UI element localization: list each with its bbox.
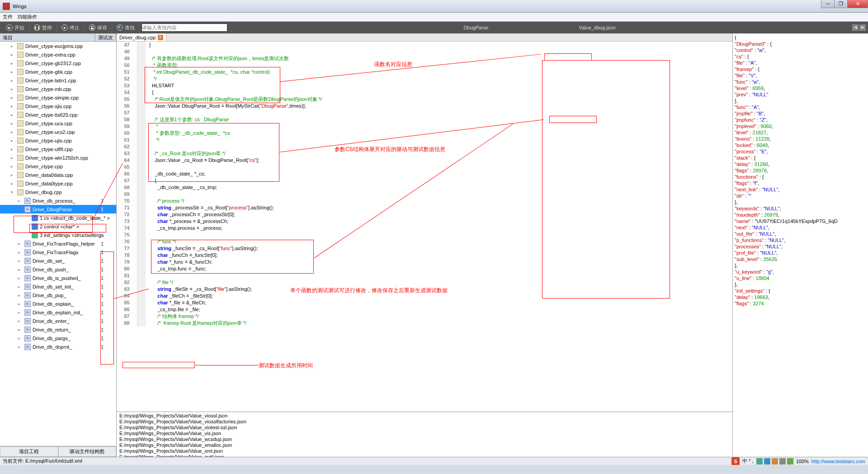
- tree-item[interactable]: 2 control <char* >: [0, 222, 116, 231]
- output-panel[interactable]: E:/mysql/Wings_Projects/Value/Value_vios…: [117, 412, 732, 457]
- tree-item[interactable]: ▸Driver_ctype-mb.cpp: [0, 85, 116, 93]
- tree-item[interactable]: 3 init_settings <structsettings: [0, 231, 116, 239]
- tree-item[interactable]: ▸fxDrive_db_pargs_1: [0, 334, 116, 342]
- tree-item[interactable]: ▸Driver_ctype-gb2312.cpp: [0, 59, 116, 67]
- tree-item[interactable]: ▸Driver_ctype-ucs2.cpp: [0, 128, 116, 136]
- tab-structure[interactable]: 驱动文件结构图: [58, 446, 117, 457]
- menu-funcops[interactable]: 功能操作: [17, 14, 37, 20]
- tree-item[interactable]: ▸fxDrive_db_push_1: [0, 265, 116, 274]
- ime-text: 中 ° ,: [742, 458, 754, 465]
- tree-item[interactable]: ▸Driver_data0data.cpp: [0, 171, 116, 179]
- tree-item[interactable]: ▸Driver_ctype-ujis.cpp: [0, 136, 116, 145]
- file-tabs: Driver_dbug.cpp×: [117, 33, 732, 42]
- tree-item[interactable]: ▸Driver_ctype.cpp: [0, 162, 116, 171]
- menubar: 文件 功能操作: [0, 13, 868, 22]
- status-pct: 100%: [796, 459, 809, 464]
- tree-item[interactable]: ▸Driver_ctype-eucjpms.cpp: [0, 42, 116, 50]
- nav-next[interactable]: ▶: [859, 24, 866, 31]
- status-url[interactable]: http://www.teststars.com: [811, 459, 865, 464]
- app-icon: [3, 3, 10, 10]
- tree-item[interactable]: ▸Driver_ctype-latin1.cpp: [0, 76, 116, 85]
- tree-item[interactable]: ▸fxDrive_db_explain_init_1: [0, 308, 116, 317]
- tree-item[interactable]: ▸fxDrive_db_pop_1: [0, 291, 116, 299]
- menu-file[interactable]: 文件: [3, 14, 13, 20]
- titlebar: Wings ─ ❐ ✕: [0, 0, 868, 13]
- tree-item[interactable]: ▸Driver_ctype-uca.cpp: [0, 119, 116, 128]
- code-editor[interactable]: 47}4849 /* 有参数的函数处理,Root该文件对应的json，times…: [117, 42, 732, 412]
- tray-icons: [756, 458, 793, 465]
- close-tab-icon[interactable]: ×: [158, 35, 163, 40]
- tree-item[interactable]: ▸fxDrive_FixTraceFlags1: [0, 248, 116, 256]
- tree-item[interactable]: ▸fxDrive_db_set_init_1: [0, 282, 116, 291]
- statusbar: 当前文件: E:/mysql/FunXml/zutil.xml S 中 ° , …: [0, 457, 868, 465]
- status-file: 当前文件: E:/mysql/FunXml/zutil.xml: [3, 458, 82, 465]
- nav-prev[interactable]: ◀: [852, 24, 859, 31]
- save-button[interactable]: 💾保存: [85, 22, 112, 33]
- tree-item[interactable]: ▸Driver_ctype-win1250ch.cpp: [0, 153, 116, 162]
- app-title: Wings: [13, 4, 27, 9]
- maximize-button[interactable]: ❐: [834, 0, 848, 8]
- tree-item[interactable]: ▸fxDrive_db_set_1: [0, 256, 116, 265]
- project-tree[interactable]: ▸Driver_ctype-eucjpms.cpp▸Driver_ctype-e…: [0, 42, 116, 446]
- tree-item[interactable]: ▸Driver_ctype-utf8.cpp: [0, 145, 116, 153]
- tree-item[interactable]: ▸Driver_data0type.cpp: [0, 179, 116, 188]
- ime-icon[interactable]: S: [731, 457, 740, 465]
- window-buttons: ─ ❐ ✕: [821, 0, 868, 8]
- toolbar: ▶开始 ❚❚暂停 ■停止 💾保存 🔍查找 DbugParse Value_dbu…: [0, 22, 868, 33]
- tree-item[interactable]: ▸fxDrive_db_is_pushed_1: [0, 274, 116, 282]
- tree-item[interactable]: ▸Driver_ctype-simple.cpp: [0, 93, 116, 102]
- tree-item[interactable]: ▸Driver_ctype-sjis.cpp: [0, 102, 116, 110]
- pause-button[interactable]: ❚❚暂停: [29, 22, 57, 33]
- json-viewer[interactable]: { "DbugParse0" : { "control" : "w", "cs"…: [732, 33, 868, 457]
- editor-area: Driver_dbug.cpp× 47}4849 /* 有参数的函数处理,Roo…: [117, 33, 732, 457]
- tray-icon[interactable]: [787, 458, 793, 465]
- tab-center[interactable]: DbugParse: [463, 25, 488, 30]
- sidebar: 项目测试次 ▸Driver_ctype-eucjpms.cpp▸Driver_c…: [0, 33, 117, 457]
- start-button[interactable]: ▶开始: [2, 22, 29, 33]
- tab-right[interactable]: Value_dbug.json: [579, 25, 615, 30]
- tray-icon[interactable]: [764, 458, 770, 465]
- tree-item[interactable]: 1 cs <struct_db_code_state_* >: [0, 213, 116, 222]
- stop-button[interactable]: ■停止: [57, 22, 85, 33]
- tray-icon[interactable]: [772, 458, 778, 465]
- tree-item[interactable]: ▸fxDrive_DbugParse1: [0, 205, 116, 213]
- tree-item[interactable]: ▸Driver_ctype-gbk.cpp: [0, 67, 116, 76]
- close-button[interactable]: ✕: [847, 0, 868, 8]
- file-tab[interactable]: Driver_dbug.cpp×: [117, 33, 166, 41]
- minimize-button[interactable]: ─: [821, 0, 835, 8]
- tree-item[interactable]: ▸fxDrive_db_doprnt_1: [0, 342, 116, 351]
- tab-project[interactable]: 项目工程: [0, 446, 58, 457]
- sidebar-hdr-count: 测试次: [95, 33, 116, 41]
- find-button[interactable]: 🔍查找: [112, 22, 140, 33]
- tree-item[interactable]: ▸fxDrive_db_enter_1: [0, 317, 116, 325]
- tree-item[interactable]: ▾Driver_dbug.cpp: [0, 188, 116, 196]
- tray-icon[interactable]: [756, 458, 763, 465]
- tree-item[interactable]: ▸Driver_ctype-tis620.cpp: [0, 110, 116, 119]
- tree-item[interactable]: ▸fxDrive_db_explain_1: [0, 299, 116, 308]
- tree-item[interactable]: ▸fxDrive_FixTraceFlags_helper1: [0, 239, 116, 248]
- tree-item[interactable]: ▸fxDrive_db_process_1: [0, 196, 116, 205]
- tree-item[interactable]: ▸fxDrive_db_return_1: [0, 325, 116, 334]
- search-input[interactable]: [142, 24, 227, 32]
- sidebar-hdr-project: 项目: [0, 33, 95, 41]
- tray-icon[interactable]: [779, 458, 786, 465]
- tree-item[interactable]: ▸Driver_ctype-extra.cpp: [0, 50, 116, 59]
